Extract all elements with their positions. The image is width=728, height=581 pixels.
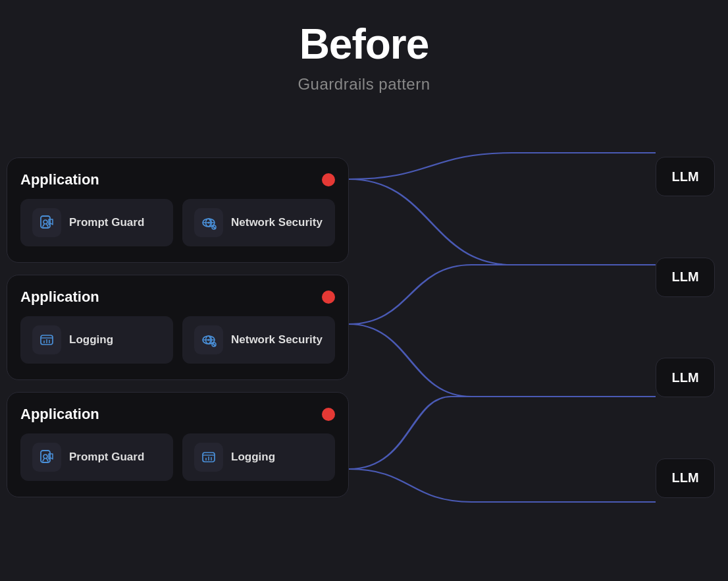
- connector-area: [349, 113, 656, 541]
- app-1-modules: Prompt Guard Networ: [20, 199, 335, 246]
- module-prompt-guard-1: Prompt Guard: [20, 199, 173, 246]
- app-2-modules: Logging Network Sec: [20, 316, 335, 364]
- llm-node-3: LLM: [656, 358, 715, 397]
- app-1-title: Application: [20, 171, 99, 188]
- app-3-title: Application: [20, 406, 99, 423]
- app-card-2: Application Logging: [7, 275, 349, 380]
- llm-node-4: LLM: [656, 458, 715, 498]
- app-2-header: Application: [20, 289, 335, 306]
- prompt-guard-icon-3: [32, 443, 61, 472]
- main-layout: Application Prompt Guard: [0, 113, 728, 541]
- svg-point-1: [43, 220, 47, 224]
- module-label-prompt-guard-3: Prompt Guard: [69, 450, 144, 464]
- app-2-status-dot: [322, 290, 335, 304]
- page-title: Before: [0, 0, 728, 69]
- module-label-logging-2: Logging: [69, 333, 113, 347]
- llm-column: LLM LLM LLM LLM: [656, 113, 715, 541]
- app-2-title: Application: [20, 289, 99, 306]
- page-subtitle: Guardrails pattern: [0, 75, 728, 94]
- svg-point-15: [208, 339, 210, 341]
- module-label-network-security-1: Network Security: [231, 215, 323, 230]
- app-3-modules: Prompt Guard Logging: [20, 433, 335, 481]
- module-network-security-2: Network Security: [182, 316, 335, 364]
- apps-column: Application Prompt Guard: [7, 157, 349, 497]
- module-label-logging-3: Logging: [231, 450, 275, 464]
- network-security-icon-1: [194, 208, 223, 237]
- app-card-1: Application Prompt Guard: [7, 157, 349, 263]
- llm-node-1: LLM: [656, 157, 715, 196]
- app-3-header: Application: [20, 406, 335, 423]
- app-1-header: Application: [20, 171, 335, 188]
- svg-point-18: [43, 455, 47, 458]
- network-security-icon-2: [194, 325, 223, 354]
- logging-icon-3: [194, 443, 223, 472]
- module-logging-3: Logging: [182, 433, 335, 481]
- module-logging-2: Logging: [20, 316, 173, 364]
- app-3-status-dot: [322, 408, 335, 421]
- module-label-network-security-2: Network Security: [231, 333, 323, 347]
- module-prompt-guard-3: Prompt Guard: [20, 433, 173, 481]
- logging-icon-2: [32, 325, 61, 354]
- llm-node-2: LLM: [656, 258, 715, 297]
- app-1-status-dot: [322, 173, 335, 186]
- svg-point-5: [208, 222, 210, 224]
- module-label-prompt-guard-1: Prompt Guard: [69, 215, 144, 230]
- prompt-guard-icon-1: [32, 208, 61, 237]
- app-card-3: Application Prompt Guard: [7, 392, 349, 497]
- module-network-security-1: Network Security: [182, 199, 335, 246]
